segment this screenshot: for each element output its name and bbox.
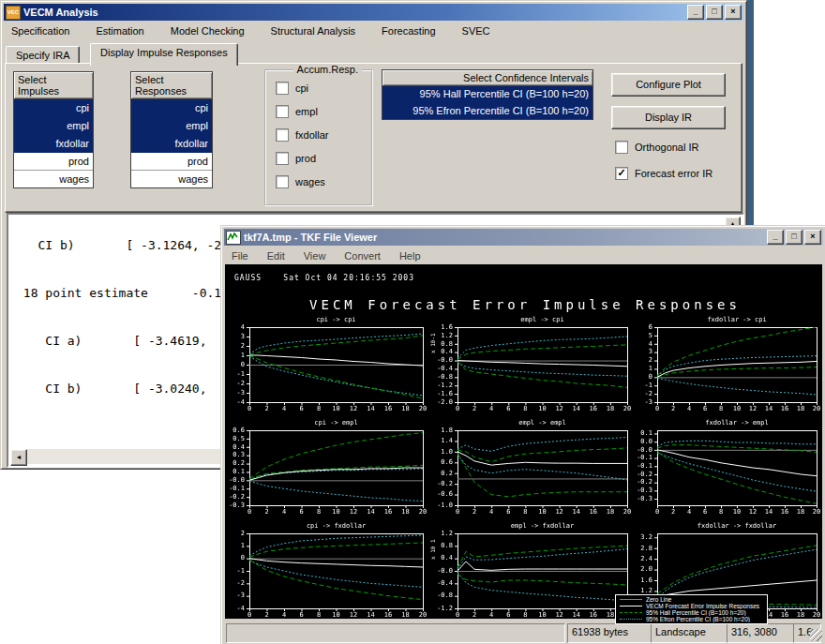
orthogonal-ir-checkbox[interactable] (615, 141, 628, 154)
viewer-menu-convert[interactable]: Convert (337, 248, 388, 263)
resize-grip[interactable] (810, 629, 822, 641)
menu-model-checking[interactable]: Model Checking (163, 23, 252, 38)
tkf-viewer-icon (226, 231, 241, 245)
accum-wages-checkbox[interactable] (276, 175, 289, 188)
accum-cpi-checkbox[interactable] (276, 82, 289, 95)
tkf-viewer-window: tkf7A.tmp - TKF File Viewer _ □ × File E… (220, 225, 825, 644)
accum-prod-checkbox[interactable] (276, 152, 289, 165)
select-ci-header: Select Confidence Intervals (382, 70, 592, 86)
select-impulses-header: Select Impulses (14, 72, 93, 99)
select-ci-list: Select Confidence Intervals 95% Hall Per… (382, 69, 593, 120)
tab-display-ir-label: Display Impulse Responses (100, 47, 228, 58)
close-icon[interactable]: × (725, 5, 742, 20)
response-item-wages[interactable]: wages (131, 171, 212, 187)
viewer-close-icon[interactable]: × (804, 230, 821, 245)
viewer-maximize-icon[interactable]: □ (786, 230, 802, 245)
viewer-minimize-icon[interactable]: _ (767, 230, 784, 245)
plot-legend: Zero Line VECM Forecast Error Impulse Re… (615, 594, 768, 624)
main-menubar: Specification Estimation Model Checking … (4, 22, 743, 40)
accum-fxdollar-checkbox[interactable] (276, 128, 289, 142)
tab-panel: Select Impulses cpi empl fxdollar prod w… (5, 63, 742, 213)
accum-wages-label: wages (295, 176, 325, 187)
viewer-window-title: tkf7A.tmp - TKF File Viewer (244, 232, 377, 243)
forecast-error-ir-checkbox[interactable]: ✓ (615, 167, 628, 180)
impulse-item-cpi[interactable]: cpi (14, 99, 93, 117)
impulse-response-plot-canvas (225, 264, 822, 619)
legend-label: Zero Line (646, 596, 671, 603)
accum-prod-label: prod (295, 153, 316, 164)
impulse-item-empl[interactable]: empl (14, 117, 93, 135)
legend-label: 95% Efron Percentile CI (B=100 h=20) (646, 616, 750, 622)
ci-item-hall[interactable]: 95% Hall Percentile CI (B=100 h=20) (382, 86, 592, 103)
display-ir-button[interactable]: Display IR (611, 106, 726, 129)
select-impulses-list: Select Impulses cpi empl fxdollar prod w… (13, 71, 94, 188)
desktop: { "colors": { "selection": "#0a246a", "c… (0, 0, 825, 644)
point-line-sample (620, 606, 642, 607)
select-responses-header: Select Responses (131, 72, 212, 99)
menu-forecasting[interactable]: Forecasting (374, 23, 442, 38)
viewer-menu-help[interactable]: Help (392, 248, 428, 263)
impulse-item-wages[interactable]: wages (14, 171, 93, 187)
main-window-title: VECM Analysis (23, 7, 98, 18)
menu-structural-analysis[interactable]: Structural Analysis (263, 23, 363, 38)
viewer-titlebar[interactable]: tkf7A.tmp - TKF File Viewer _ □ × (224, 229, 823, 246)
viewer-statusbar: 61938 bytes Landscape 316, 3080 1.6 (224, 622, 823, 642)
response-item-fxdollar[interactable]: fxdollar (131, 135, 212, 153)
status-empty-cell (226, 623, 565, 643)
plot-client-area (225, 264, 822, 619)
orthogonal-ir-label: Orthogonal IR (635, 142, 698, 153)
configure-plot-button[interactable]: Configure Plot (611, 73, 726, 97)
legend-label: 95% Hall Percentile CI (B=100 h=20) (646, 609, 746, 616)
select-responses-list: Select Responses cpi empl fxdollar prod … (130, 71, 213, 188)
accum-empl-label: empl (295, 106, 318, 117)
viewer-menubar: File Edit View Convert Help (224, 247, 823, 265)
tab-specify-ira-label: Specify IRA (16, 50, 69, 61)
tab-display-impulse-responses[interactable]: Display Impulse Responses (90, 43, 238, 66)
minimize-icon[interactable]: _ (687, 5, 704, 20)
response-item-cpi[interactable]: cpi (131, 99, 212, 117)
viewer-menu-view[interactable]: View (296, 248, 334, 263)
accum-empl-checkbox[interactable] (276, 105, 289, 118)
ci-item-efron[interactable]: 95% Efron Percentile CI (B=100 h=20) (382, 103, 592, 119)
main-titlebar[interactable]: VEC VECM Analysis _ □ × (4, 4, 743, 21)
menu-svec[interactable]: SVEC (455, 23, 498, 38)
legend-label: VECM Forecast Error Impulse Responses (646, 603, 759, 609)
efron-ci-line-sample (620, 619, 642, 620)
menu-estimation[interactable]: Estimation (88, 23, 151, 38)
viewer-menu-file[interactable]: File (224, 248, 256, 263)
maximize-icon[interactable]: □ (706, 5, 723, 20)
impulse-item-prod[interactable]: prod (14, 153, 93, 171)
menu-specification[interactable]: Specification (4, 23, 77, 38)
zero-line-sample (620, 599, 642, 600)
status-orientation: Landscape (651, 623, 728, 643)
response-item-empl[interactable]: empl (131, 117, 212, 135)
status-bytes: 61938 bytes (567, 623, 652, 643)
vecm-app-icon: VEC (6, 6, 21, 20)
accum-resp-title: Accum.Resp. (293, 64, 362, 75)
viewer-menu-edit[interactable]: Edit (260, 248, 292, 263)
accum-cpi-label: cpi (295, 82, 308, 94)
response-item-prod[interactable]: prod (131, 153, 212, 171)
forecast-error-ir-label: Forecast error IR (635, 168, 712, 179)
accum-fxdollar-label: fxdollar (295, 129, 328, 141)
status-coordinates: 316, 3080 (727, 623, 794, 643)
accum-resp-groupbox: Accum.Resp. cpi empl fxdollar prod wages (264, 69, 373, 206)
scroll-left-icon[interactable]: ◄ (10, 449, 27, 466)
hall-ci-line-sample (620, 612, 642, 613)
impulse-item-fxdollar[interactable]: fxdollar (14, 135, 93, 153)
